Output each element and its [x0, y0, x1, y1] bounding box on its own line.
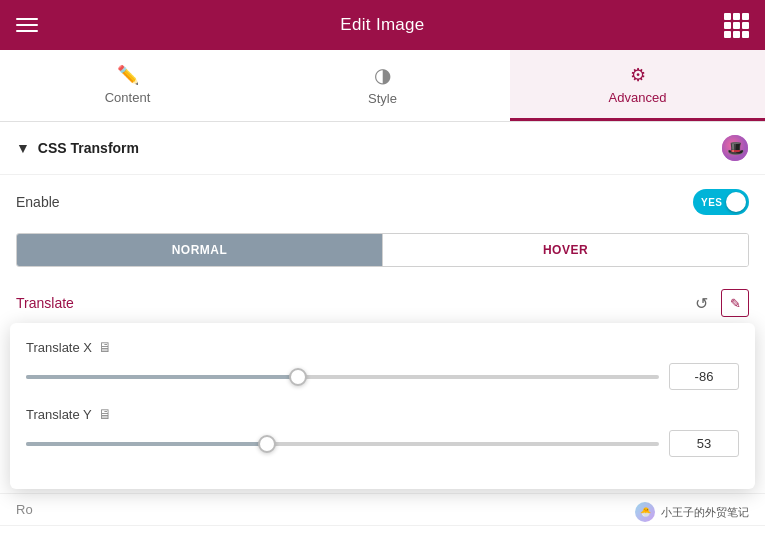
- partial-row-sc: Sc: [0, 525, 765, 533]
- translate-y-label-row: Translate Y 🖥: [26, 406, 739, 422]
- hamburger-line-1: [16, 18, 38, 20]
- translate-y-slider-row: [26, 430, 739, 457]
- partial-row-ro: Ro: [0, 493, 765, 525]
- translate-actions: ↺ ✎: [687, 289, 749, 317]
- menu-button[interactable]: [16, 18, 38, 32]
- translate-x-label-row: Translate X 🖥: [26, 339, 739, 355]
- tabs-bar: ✏️ Content ◑ Style ⚙ Advanced: [0, 50, 765, 122]
- reset-button[interactable]: ↺: [687, 289, 715, 317]
- enable-row: Enable YES: [0, 175, 765, 229]
- tab-advanced[interactable]: ⚙ Advanced: [510, 50, 765, 121]
- apps-button[interactable]: [724, 13, 749, 38]
- translate-header: Translate ↺ ✎: [0, 279, 765, 323]
- hover-mode-btn[interactable]: HOVER: [382, 234, 748, 266]
- section-title: CSS Transform: [38, 140, 713, 156]
- tab-style[interactable]: ◑ Style: [255, 50, 510, 121]
- toggle-yes-text: YES: [701, 197, 723, 208]
- edit-button[interactable]: ✎: [721, 289, 749, 317]
- monitor-y-icon: 🖥: [98, 406, 112, 422]
- mode-switcher: NORMAL HOVER: [16, 233, 749, 267]
- hamburger-line-2: [16, 24, 38, 26]
- normal-mode-btn[interactable]: NORMAL: [17, 234, 382, 266]
- translate-x-input[interactable]: [669, 363, 739, 390]
- tab-style-label: Style: [368, 91, 397, 106]
- translate-y-label: Translate Y: [26, 407, 92, 422]
- top-bar: Edit Image: [0, 0, 765, 50]
- gear-icon: ⚙: [630, 64, 646, 86]
- enable-toggle[interactable]: YES: [693, 189, 749, 215]
- main-panel: ▼ CSS Transform 🎩 Enable YES NORMAL HOVE…: [0, 122, 765, 533]
- tab-content[interactable]: ✏️ Content: [0, 50, 255, 121]
- halfcircle-icon: ◑: [374, 63, 391, 87]
- translate-y-track[interactable]: [26, 442, 659, 446]
- translate-y-thumb[interactable]: [258, 435, 276, 453]
- translate-label: Translate: [16, 295, 74, 311]
- pencil-icon: ✏️: [117, 64, 139, 86]
- translate-y-fill: [26, 442, 267, 446]
- section-header: ▼ CSS Transform 🎩: [0, 122, 765, 175]
- tab-advanced-label: Advanced: [609, 90, 667, 105]
- monitor-x-icon: 🖥: [98, 339, 112, 355]
- hat-icon: 🎩: [721, 134, 749, 162]
- translate-x-thumb[interactable]: [289, 368, 307, 386]
- translate-x-fill: [26, 375, 298, 379]
- enable-label: Enable: [16, 194, 60, 210]
- toggle-knob: [726, 192, 746, 212]
- translate-x-track[interactable]: [26, 375, 659, 379]
- translate-x-label: Translate X: [26, 340, 92, 355]
- translate-x-slider-row: [26, 363, 739, 390]
- svg-text:🎩: 🎩: [727, 140, 745, 157]
- grid-icon: [724, 13, 749, 38]
- translate-popup: Translate X 🖥 Translate Y 🖥: [10, 323, 755, 489]
- page-title: Edit Image: [340, 15, 424, 35]
- hamburger-line-3: [16, 30, 38, 32]
- translate-y-input[interactable]: [669, 430, 739, 457]
- collapse-arrow[interactable]: ▼: [16, 140, 30, 156]
- tab-content-label: Content: [105, 90, 151, 105]
